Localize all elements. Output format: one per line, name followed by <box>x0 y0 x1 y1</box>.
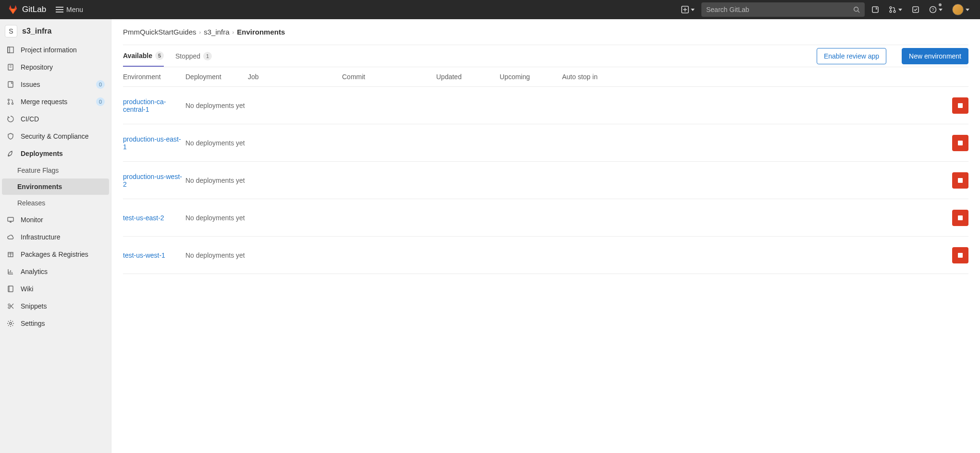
tab-available[interactable]: Available 5 <box>123 45 164 67</box>
tab-stopped[interactable]: Stopped 1 <box>175 45 212 67</box>
tabs-row: Available 5 Stopped 1 Enable review app … <box>123 45 968 67</box>
plus-square-icon <box>681 6 689 13</box>
svg-rect-9 <box>8 47 13 53</box>
svg-point-21 <box>10 322 12 324</box>
breadcrumb-group[interactable]: PmmQuickStartGuides <box>123 28 196 36</box>
brand-text: GitLab <box>22 5 46 14</box>
project-name: s3_infra <box>22 27 51 36</box>
issues-link[interactable] <box>869 4 882 15</box>
sidebar-item-packages[interactable]: Packages & Registries <box>0 246 111 263</box>
avatar <box>952 4 964 15</box>
sidebar-item-label: CI/CD <box>21 115 39 123</box>
svg-point-1 <box>854 7 858 12</box>
project-title[interactable]: S s3_infra <box>0 21 111 41</box>
monitor-icon <box>6 215 15 224</box>
create-new-dropdown[interactable] <box>678 4 698 15</box>
svg-point-14 <box>8 103 9 104</box>
enable-review-app-button[interactable]: Enable review app <box>817 48 886 64</box>
hamburger-icon <box>56 9 63 10</box>
breadcrumb-project[interactable]: s3_infra <box>204 28 229 36</box>
rocket-icon <box>6 149 15 158</box>
help-icon: ? <box>929 6 937 13</box>
sidebar-item-label: Packages & Registries <box>21 250 88 258</box>
table-header: Environment Deployment Job Commit Update… <box>123 67 968 87</box>
breadcrumb: PmmQuickStartGuides › s3_infra › Environ… <box>123 28 968 45</box>
deployment-text: No deployments yet <box>185 139 248 147</box>
col-header-deployment: Deployment <box>185 73 248 81</box>
merge-requests-dropdown[interactable] <box>886 4 905 15</box>
sidebar-item-label: Project information <box>21 46 77 54</box>
stop-environment-button[interactable] <box>952 172 968 189</box>
notification-dot-icon <box>939 3 942 6</box>
search-box[interactable] <box>701 2 865 17</box>
repository-icon <box>6 63 15 72</box>
main-content: PmmQuickStartGuides › s3_infra › Environ… <box>111 19 980 453</box>
sidebar-item-settings[interactable]: Settings <box>0 315 111 332</box>
sidebar-item-project-information[interactable]: Project information <box>0 41 111 59</box>
sidebar-item-label: Repository <box>21 63 53 71</box>
sidebar-item-label: Merge requests <box>21 98 67 106</box>
stop-icon <box>958 253 963 258</box>
sidebar-item-cicd[interactable]: CI/CD <box>0 110 111 128</box>
sidebar-item-monitor[interactable]: Monitor <box>0 211 111 228</box>
stop-environment-button[interactable] <box>952 247 968 263</box>
sidebar-item-repository[interactable]: Repository <box>0 59 111 76</box>
col-header-commit: Commit <box>342 73 436 81</box>
sidebar-item-analytics[interactable]: Analytics <box>0 263 111 280</box>
issue-icon <box>871 6 879 13</box>
col-header-environment: Environment <box>123 73 185 81</box>
stop-icon <box>958 215 963 220</box>
user-menu[interactable] <box>949 2 972 17</box>
tab-label: Available <box>123 52 152 60</box>
svg-rect-10 <box>8 47 10 53</box>
stop-icon <box>958 178 963 183</box>
package-icon <box>6 250 15 259</box>
gitlab-logo[interactable]: GitLab <box>8 4 46 15</box>
environment-link[interactable]: test-us-east-2 <box>123 214 169 222</box>
svg-point-4 <box>890 11 892 12</box>
environment-link[interactable]: production-us-east-1 <box>123 135 181 151</box>
chevron-right-icon: › <box>199 29 201 35</box>
deployment-text: No deployments yet <box>185 251 248 259</box>
sidebar-item-merge-requests[interactable]: Merge requests 0 <box>0 93 111 110</box>
stop-environment-button[interactable] <box>952 135 968 151</box>
sidebar-item-snippets[interactable]: Snippets <box>0 298 111 315</box>
table-row: production-ca-central-1No deployments ye… <box>123 87 968 124</box>
stop-icon <box>958 141 963 145</box>
environment-link[interactable]: production-us-west-2 <box>123 173 182 188</box>
sidebar-item-deployments[interactable]: Deployments <box>0 145 111 162</box>
environment-link[interactable]: test-us-west-1 <box>123 251 170 259</box>
sidebar-item-wiki[interactable]: Wiki <box>0 280 111 298</box>
environment-link[interactable]: production-ca-central-1 <box>123 98 166 113</box>
svg-rect-12 <box>8 82 13 87</box>
sidebar-item-label: Wiki <box>21 285 33 293</box>
stop-environment-button[interactable] <box>952 97 968 114</box>
table-row: production-us-west-2No deployments yet <box>123 162 968 199</box>
scissors-icon <box>6 302 15 310</box>
sidebar-item-label: Feature Flags <box>17 167 59 174</box>
deployment-text: No deployments yet <box>185 177 248 184</box>
sidebar-item-feature-flags[interactable]: Feature Flags <box>0 162 111 179</box>
chevron-down-icon <box>939 9 943 11</box>
new-environment-button[interactable]: New environment <box>902 48 968 64</box>
help-dropdown[interactable]: ? <box>926 4 945 15</box>
todos-link[interactable] <box>909 4 922 15</box>
sidebar-item-environments[interactable]: Environments <box>2 179 109 195</box>
col-header-autostop: Auto stop in <box>562 73 658 81</box>
stop-environment-button[interactable] <box>952 210 968 226</box>
sidebar-item-label: Monitor <box>21 216 43 224</box>
issues-icon <box>6 80 15 89</box>
search-input[interactable] <box>706 6 853 13</box>
sidebar-item-releases[interactable]: Releases <box>0 195 111 211</box>
col-header-upcoming: Upcoming <box>500 73 562 81</box>
tab-label: Stopped <box>175 52 200 60</box>
menu-button[interactable]: Menu <box>52 4 87 15</box>
sidebar-item-infrastructure[interactable]: Infrastructure <box>0 228 111 246</box>
col-header-updated: Updated <box>436 73 500 81</box>
sidebar-item-security[interactable]: Security & Compliance <box>0 128 111 145</box>
table-row: test-us-west-1No deployments yet <box>123 237 968 274</box>
sidebar-item-issues[interactable]: Issues 0 <box>0 76 111 93</box>
navbar: GitLab Menu ? <box>0 0 980 19</box>
svg-point-20 <box>8 307 10 309</box>
deployment-text: No deployments yet <box>185 102 248 109</box>
